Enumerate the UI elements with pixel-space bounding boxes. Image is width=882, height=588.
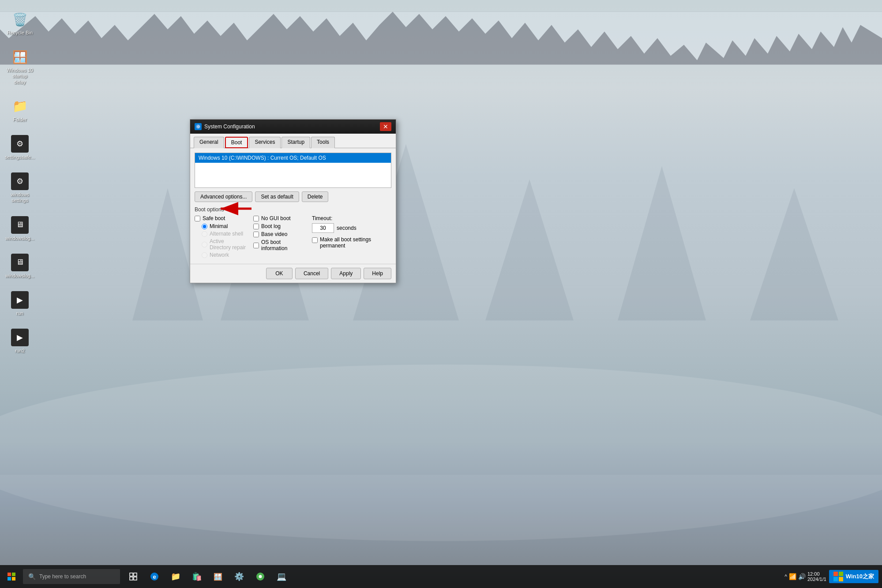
help-button[interactable]: Help — [364, 268, 391, 279]
boot-options-right-col: Timeout: 30 seconds Make all boot settin… — [312, 215, 391, 259]
tab-general[interactable]: General — [194, 137, 224, 148]
make-permanent-label: Make all boot settings permanent — [320, 236, 391, 249]
boot-options-section: Boot options Safe boot Minimal — [195, 206, 391, 259]
boot-options-left-col: Safe boot Minimal Alternate shell Active… — [195, 215, 246, 259]
dialog-tabs: General Boot Services Startup Tools — [190, 134, 396, 148]
svg-marker-5 — [485, 180, 574, 321]
boot-action-buttons: Advanced options... Set as default Delet… — [195, 191, 391, 202]
boot-list: Windows 10 (C:\WINDOWS) : Current OS; De… — [195, 153, 391, 188]
tab-tools[interactable]: Tools — [311, 137, 335, 148]
start-button[interactable] — [0, 565, 23, 588]
svg-marker-6 — [618, 166, 706, 321]
taskbar-search[interactable]: 🔍 Type here to search — [23, 569, 120, 584]
alternate-shell-label: Alternate shell — [210, 231, 243, 237]
desktop-icons: 🗑️ Recycle Bin 🪟 Windows 10 startup dela… — [4, 9, 35, 356]
minimal-radio[interactable] — [202, 224, 207, 229]
os-boot-info-label: OS boot information — [261, 239, 305, 251]
taskbar-tray: ^ 📶 🔊 12:002024/1/1 Win10之家 — [784, 570, 882, 583]
tab-startup[interactable]: Startup — [281, 137, 310, 148]
taskbar: 🔍 Type here to search e 📁 🛍️ — [0, 565, 882, 588]
windowslog-icon[interactable]: 🖥 windowslog... — [4, 214, 35, 243]
settings-safe-icon[interactable]: ⚙ settingssafe... — [4, 133, 35, 162]
svg-rect-15 — [12, 573, 15, 576]
boot-options-row: Safe boot Minimal Alternate shell Active… — [195, 215, 391, 259]
tab-boot[interactable]: Boot — [225, 137, 248, 148]
svg-rect-29 — [839, 577, 843, 581]
no-gui-boot-checkbox[interactable] — [253, 216, 259, 221]
task-view-button[interactable] — [124, 565, 143, 588]
svg-rect-18 — [130, 573, 133, 576]
settings-taskbar-button[interactable]: ⚙️ — [229, 565, 249, 588]
alternate-shell-item: Alternate shell — [195, 231, 246, 237]
timeout-unit: seconds — [337, 225, 357, 231]
svg-text:⚙: ⚙ — [197, 125, 200, 129]
tray-chevron[interactable]: ^ — [784, 573, 787, 580]
alternate-shell-radio[interactable] — [202, 231, 207, 237]
search-icon: 🔍 — [28, 573, 36, 580]
svg-rect-26 — [833, 572, 838, 576]
dialog-bottom-buttons: OK Cancel Apply Help — [190, 264, 396, 283]
svg-marker-7 — [750, 188, 838, 321]
dialog-titlebar: ⚙ System Configuration ✕ — [190, 120, 396, 134]
search-placeholder: Type here to search — [39, 573, 86, 580]
system-config-dialog: ⚙ System Configuration ✕ General Boot Se… — [190, 119, 396, 283]
timeout-label: Timeout: — [312, 215, 391, 221]
network-radio[interactable] — [202, 252, 207, 258]
ok-button[interactable]: OK — [266, 268, 293, 279]
taskbar-app2-icon[interactable]: 💻 — [272, 565, 291, 588]
network-item: Network — [195, 252, 246, 258]
windows10-startup-icon[interactable]: 🪟 Windows 10 startup delay — [4, 46, 35, 87]
safe-boot-label: Safe boot — [203, 215, 225, 221]
boot-log-label: Boot log — [261, 223, 281, 229]
minimal-item: Minimal — [195, 223, 246, 229]
active-directory-radio[interactable] — [202, 242, 207, 247]
cancel-button[interactable]: Cancel — [295, 268, 328, 279]
folder-icon[interactable]: 📁 Folder — [4, 96, 35, 124]
boot-options-middle-col: No GUI boot Boot log Base video OS boot … — [253, 215, 305, 259]
safe-boot-item: Safe boot — [195, 215, 246, 221]
os-boot-info-checkbox[interactable] — [253, 243, 259, 248]
windows-settings-icon[interactable]: ⚙ windows settings — [4, 171, 35, 205]
run-icon[interactable]: ▶ run — [4, 289, 35, 318]
svg-rect-19 — [134, 573, 137, 576]
tab-services[interactable]: Services — [249, 137, 281, 148]
apply-button[interactable]: Apply — [331, 268, 361, 279]
svg-rect-21 — [134, 577, 137, 580]
timeout-input[interactable]: 30 — [312, 223, 334, 233]
volume-icon[interactable]: 🔊 — [798, 573, 806, 580]
base-video-label: Base video — [261, 231, 287, 237]
make-permanent-item: Make all boot settings permanent — [312, 236, 391, 249]
delete-button[interactable]: Delete — [302, 191, 329, 202]
make-permanent-checkbox[interactable] — [312, 237, 318, 243]
boot-list-item[interactable]: Windows 10 (C:\WINDOWS) : Current OS; De… — [195, 153, 391, 163]
win10-badge-label: Win10之家 — [846, 573, 874, 581]
safe-boot-checkbox[interactable] — [195, 216, 200, 221]
no-gui-boot-item: No GUI boot — [253, 215, 305, 221]
timeout-section: Timeout: 30 seconds — [312, 215, 391, 233]
set-as-default-button[interactable]: Set as default — [255, 191, 299, 202]
run2-icon[interactable]: ▶ run2 — [4, 327, 35, 356]
active-directory-label: Active Directory repair — [210, 238, 246, 251]
chrome-button[interactable] — [251, 565, 270, 588]
dialog-title-area: ⚙ System Configuration — [195, 123, 255, 130]
svg-rect-9 — [0, 475, 882, 577]
edge-browser-button[interactable]: e — [145, 565, 164, 588]
boot-log-checkbox[interactable] — [253, 224, 259, 229]
file-explorer-button[interactable]: 📁 — [166, 565, 185, 588]
advanced-options-button[interactable]: Advanced options... — [195, 191, 252, 202]
active-directory-repair-item: Active Directory repair — [195, 238, 246, 251]
dialog-close-button[interactable]: ✕ — [380, 122, 391, 131]
network-icon[interactable]: 📶 — [789, 573, 796, 580]
store-button[interactable]: 🛍️ — [187, 565, 206, 588]
svg-rect-20 — [130, 577, 133, 580]
taskbar-app-icon[interactable]: 🪟 — [208, 565, 228, 588]
os-boot-info-item: OS boot information — [253, 239, 305, 251]
clock[interactable]: 12:002024/1/1 — [807, 571, 826, 582]
svg-rect-16 — [8, 577, 11, 581]
recycle-bin-icon[interactable]: 🗑️ Recycle Bin — [4, 9, 35, 37]
base-video-checkbox[interactable] — [253, 232, 259, 237]
tray-icons: ^ 📶 🔊 12:002024/1/1 — [784, 571, 826, 582]
win10-badge: Win10之家 — [829, 570, 878, 583]
windowslog2-icon[interactable]: 🖥 windowslog... — [4, 252, 35, 281]
minimal-label: Minimal — [210, 223, 228, 229]
